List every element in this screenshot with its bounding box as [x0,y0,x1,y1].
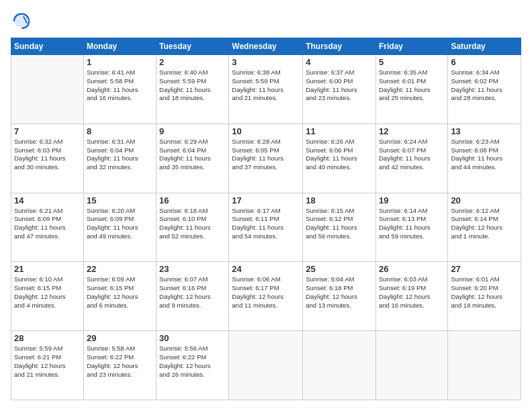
weekday-header-thursday: Thursday [303,38,376,55]
day-number: 5 [379,57,445,67]
header [11,11,521,32]
calendar-cell: 27Sunrise: 6:01 AM Sunset: 6:20 PM Dayli… [448,262,521,331]
day-info: Sunrise: 6:18 AM Sunset: 6:10 PM Dayligh… [159,207,226,241]
day-info: Sunrise: 6:41 AM Sunset: 5:58 PM Dayligh… [87,68,153,103]
calendar-cell: 6Sunrise: 6:34 AM Sunset: 6:02 PM Daylig… [448,55,521,124]
calendar-cell: 4Sunrise: 6:37 AM Sunset: 6:00 PM Daylig… [303,55,376,124]
calendar-week-row: 28Sunrise: 5:59 AM Sunset: 6:21 PM Dayli… [11,331,521,400]
weekday-header-saturday: Saturday [448,38,521,55]
weekday-header-sunday: Sunday [11,38,84,55]
calendar-cell: 19Sunrise: 6:14 AM Sunset: 6:13 PM Dayli… [375,193,447,262]
calendar-cell [229,331,303,400]
day-number: 14 [14,195,81,205]
calendar-cell: 2Sunrise: 6:40 AM Sunset: 5:59 PM Daylig… [157,55,229,124]
calendar-cell: 18Sunrise: 6:15 AM Sunset: 6:12 PM Dayli… [303,193,376,262]
calendar-cell: 29Sunrise: 5:58 AM Sunset: 6:22 PM Dayli… [83,331,156,400]
day-info: Sunrise: 6:15 AM Sunset: 6:12 PM Dayligh… [306,207,373,241]
day-number: 18 [306,195,373,205]
calendar-cell: 11Sunrise: 6:26 AM Sunset: 6:06 PM Dayli… [303,124,376,193]
day-number: 13 [451,126,518,136]
calendar-cell: 7Sunrise: 6:32 AM Sunset: 6:03 PM Daylig… [11,124,84,193]
day-number: 10 [232,126,300,136]
day-info: Sunrise: 6:28 AM Sunset: 6:05 PM Dayligh… [232,138,300,172]
day-info: Sunrise: 6:07 AM Sunset: 6:16 PM Dayligh… [159,275,226,310]
calendar-cell: 13Sunrise: 6:23 AM Sunset: 6:08 PM Dayli… [448,124,521,193]
day-info: Sunrise: 6:17 AM Sunset: 6:11 PM Dayligh… [232,207,300,241]
day-info: Sunrise: 6:06 AM Sunset: 6:17 PM Dayligh… [232,275,300,310]
weekday-header-friday: Friday [375,38,447,55]
calendar-cell [375,331,447,400]
day-info: Sunrise: 6:35 AM Sunset: 6:01 PM Dayligh… [379,68,445,103]
day-number: 25 [306,264,373,274]
day-number: 12 [379,126,445,136]
day-info: Sunrise: 6:24 AM Sunset: 6:07 PM Dayligh… [379,138,445,172]
calendar-cell: 17Sunrise: 6:17 AM Sunset: 6:11 PM Dayli… [229,193,303,262]
day-info: Sunrise: 6:20 AM Sunset: 6:09 PM Dayligh… [87,207,153,241]
day-info: Sunrise: 5:56 AM Sunset: 6:22 PM Dayligh… [159,345,226,379]
calendar-cell: 26Sunrise: 6:03 AM Sunset: 6:19 PM Dayli… [375,262,447,331]
day-info: Sunrise: 6:37 AM Sunset: 6:00 PM Dayligh… [306,68,373,103]
day-number: 19 [379,195,445,205]
calendar-cell: 30Sunrise: 5:56 AM Sunset: 6:22 PM Dayli… [157,331,229,400]
calendar-cell: 5Sunrise: 6:35 AM Sunset: 6:01 PM Daylig… [375,55,447,124]
day-number: 20 [451,195,518,205]
calendar-cell: 24Sunrise: 6:06 AM Sunset: 6:17 PM Dayli… [229,262,303,331]
calendar-week-row: 14Sunrise: 6:21 AM Sunset: 6:09 PM Dayli… [11,193,521,262]
day-info: Sunrise: 6:38 AM Sunset: 5:59 PM Dayligh… [232,68,300,103]
day-info: Sunrise: 6:40 AM Sunset: 5:59 PM Dayligh… [159,68,226,103]
day-info: Sunrise: 6:26 AM Sunset: 6:06 PM Dayligh… [306,138,373,172]
calendar-cell: 8Sunrise: 6:31 AM Sunset: 6:04 PM Daylig… [83,124,156,193]
calendar-cell: 25Sunrise: 6:04 AM Sunset: 6:18 PM Dayli… [303,262,376,331]
weekday-header-monday: Monday [83,38,156,55]
calendar-table: SundayMondayTuesdayWednesdayThursdayFrid… [11,38,521,400]
day-info: Sunrise: 6:32 AM Sunset: 6:03 PM Dayligh… [14,138,81,172]
day-info: Sunrise: 6:34 AM Sunset: 6:02 PM Dayligh… [451,68,518,103]
calendar-cell: 1Sunrise: 6:41 AM Sunset: 5:58 PM Daylig… [83,55,156,124]
calendar-cell: 20Sunrise: 6:12 AM Sunset: 6:14 PM Dayli… [448,193,521,262]
day-info: Sunrise: 6:14 AM Sunset: 6:13 PM Dayligh… [379,207,445,241]
day-number: 30 [159,333,226,343]
calendar-week-row: 7Sunrise: 6:32 AM Sunset: 6:03 PM Daylig… [11,124,521,193]
calendar-cell [11,55,84,124]
day-info: Sunrise: 6:12 AM Sunset: 6:14 PM Dayligh… [451,207,518,241]
calendar-cell: 12Sunrise: 6:24 AM Sunset: 6:07 PM Dayli… [375,124,447,193]
day-info: Sunrise: 6:23 AM Sunset: 6:08 PM Dayligh… [451,138,518,172]
calendar-week-row: 1Sunrise: 6:41 AM Sunset: 5:58 PM Daylig… [11,55,521,124]
day-number: 21 [14,264,81,274]
day-info: Sunrise: 5:58 AM Sunset: 6:22 PM Dayligh… [87,345,153,379]
calendar-cell [448,331,521,400]
logo [11,11,31,32]
calendar-week-row: 21Sunrise: 6:10 AM Sunset: 6:15 PM Dayli… [11,262,521,331]
page: SundayMondayTuesdayWednesdayThursdayFrid… [0,0,532,411]
day-info: Sunrise: 6:21 AM Sunset: 6:09 PM Dayligh… [14,207,81,241]
day-number: 24 [232,264,300,274]
day-number: 4 [306,57,373,67]
day-number: 27 [451,264,518,274]
calendar-cell: 14Sunrise: 6:21 AM Sunset: 6:09 PM Dayli… [11,193,84,262]
weekday-header-wednesday: Wednesday [229,38,303,55]
day-info: Sunrise: 6:29 AM Sunset: 6:04 PM Dayligh… [159,138,226,172]
day-number: 23 [159,264,226,274]
day-number: 8 [87,126,153,136]
calendar-cell: 15Sunrise: 6:20 AM Sunset: 6:09 PM Dayli… [83,193,156,262]
calendar-cell: 10Sunrise: 6:28 AM Sunset: 6:05 PM Dayli… [229,124,303,193]
day-number: 3 [232,57,300,67]
day-number: 6 [451,57,518,67]
day-info: Sunrise: 6:03 AM Sunset: 6:19 PM Dayligh… [379,275,445,310]
day-number: 28 [14,333,81,343]
calendar-cell: 22Sunrise: 6:09 AM Sunset: 6:15 PM Dayli… [83,262,156,331]
day-info: Sunrise: 6:31 AM Sunset: 6:04 PM Dayligh… [87,138,153,172]
day-info: Sunrise: 6:01 AM Sunset: 6:20 PM Dayligh… [451,275,518,310]
day-info: Sunrise: 6:04 AM Sunset: 6:18 PM Dayligh… [306,275,373,310]
day-number: 9 [159,126,226,136]
day-number: 16 [159,195,226,205]
calendar-cell: 16Sunrise: 6:18 AM Sunset: 6:10 PM Dayli… [157,193,229,262]
day-info: Sunrise: 6:10 AM Sunset: 6:15 PM Dayligh… [14,275,81,310]
calendar-cell: 28Sunrise: 5:59 AM Sunset: 6:21 PM Dayli… [11,331,84,400]
day-number: 29 [87,333,153,343]
calendar-cell: 9Sunrise: 6:29 AM Sunset: 6:04 PM Daylig… [157,124,229,193]
calendar-cell: 3Sunrise: 6:38 AM Sunset: 5:59 PM Daylig… [229,55,303,124]
calendar-cell: 21Sunrise: 6:10 AM Sunset: 6:15 PM Dayli… [11,262,84,331]
calendar-cell [303,331,376,400]
day-info: Sunrise: 5:59 AM Sunset: 6:21 PM Dayligh… [14,345,81,379]
